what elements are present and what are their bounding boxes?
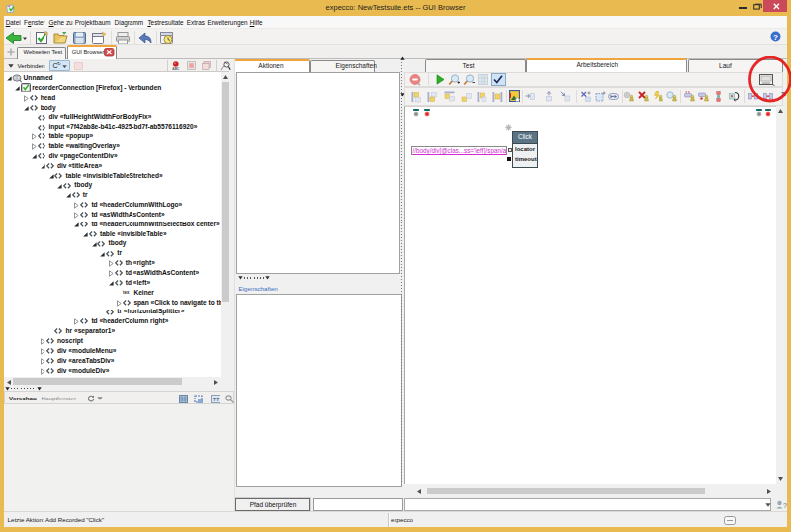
svg-text:??: ?? [213, 397, 220, 402]
svg-text:ABC: ABC [172, 67, 180, 71]
svg-text:?: ? [773, 33, 778, 42]
svg-text:?: ? [783, 502, 787, 509]
